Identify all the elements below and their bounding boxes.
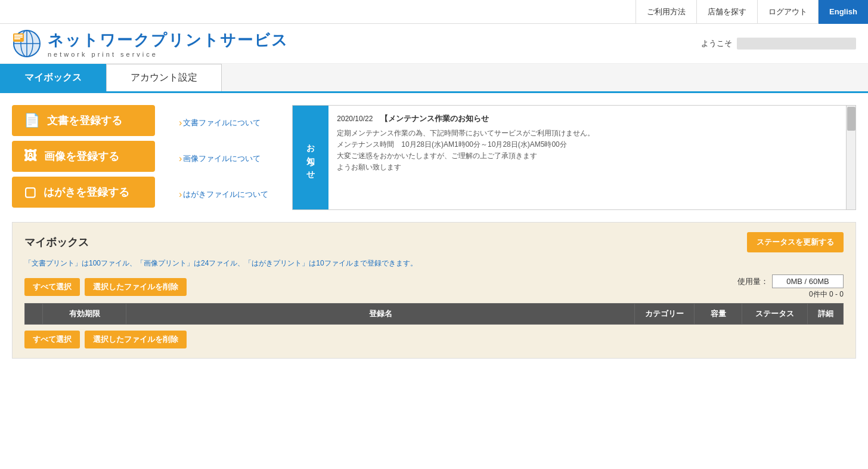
col-detail: 詳細 — [808, 304, 844, 325]
notice-date: 2020/10/22 【メンテナンス作業のお知らせ — [337, 113, 838, 125]
mybox-title: マイボックス — [24, 235, 89, 249]
tab-account[interactable]: アカウント設定 — [106, 64, 222, 91]
notice-content[interactable]: 2020/10/22 【メンテナンス作業のお知らせ 定期メンテナンス作業の為、下… — [328, 106, 846, 209]
register-doc-button[interactable]: 📄 文書を登録する — [12, 105, 155, 136]
header: ネットワークプリントサービス network print service ようこ… — [0, 24, 868, 64]
control-btns-top: すべて選択 選択したファイルを削除 — [24, 278, 187, 296]
mybox-controls-top: すべて選択 選択したファイルを削除 使用量： 0MB / 60MB 0件中 0 … — [24, 274, 844, 300]
update-status-button[interactable]: ステータスを更新する — [747, 232, 844, 252]
col-size: 容量 — [695, 304, 742, 325]
svg-rect-8 — [14, 38, 20, 39]
usage-value: 0MB / 60MB — [772, 274, 844, 288]
svg-rect-6 — [14, 35, 23, 36]
select-all-button-bottom[interactable]: すべて選択 — [24, 331, 80, 348]
nav-logout[interactable]: ログアウト — [757, 0, 818, 24]
col-checkbox — [25, 304, 43, 325]
user-name — [737, 38, 856, 50]
main-content: 📄 文書を登録する 🖼 画像を登録する ▢ はがきを登録する 文書ファイルについ… — [0, 93, 868, 371]
image-file-link[interactable]: 画像ファイルについて — [179, 143, 268, 174]
mybox-section: マイボックス ステータスを更新する 「文書プリント」は100ファイル、「画像プリ… — [12, 222, 856, 359]
register-doc-label: 文書を登録する — [47, 113, 122, 128]
doc-file-link[interactable]: 文書ファイルについて — [179, 107, 268, 138]
register-image-label: 画像を登録する — [44, 149, 119, 163]
tab-mybox[interactable]: マイボックス — [0, 64, 106, 91]
col-status: ステータス — [742, 304, 808, 325]
select-all-button-top[interactable]: すべて選択 — [24, 278, 80, 296]
col-expiry: 有効期限 — [43, 304, 126, 325]
mybox-info: 「文書プリント」は100ファイル、「画像プリント」は24ファイル、「はがきプリン… — [24, 258, 844, 269]
scrollbar-thumb — [847, 107, 855, 131]
notice-body: 定期メンテナンス作業の為、下記時間帯においてサービスがご利用頂けません。メンテナ… — [337, 128, 838, 174]
data-table: 有効期限 登録名 カテゴリー 容量 ステータス 詳細 — [24, 303, 844, 325]
notice-area: お知らせ 2020/10/22 【メンテナンス作業のお知らせ 定期メンテナンス作… — [292, 105, 856, 210]
doc-icon: 📄 — [24, 113, 40, 128]
mybox-header: マイボックス ステータスを更新する — [24, 232, 844, 252]
postcard-file-link[interactable]: はがきファイルについて — [179, 179, 268, 210]
logo-title: ネットワークプリントサービス — [48, 30, 289, 51]
table-header-row: 有効期限 登録名 カテゴリー 容量 ステータス 詳細 — [25, 304, 844, 325]
register-postcard-button[interactable]: ▢ はがきを登録する — [12, 177, 155, 208]
delete-selected-button-top[interactable]: 選択したファイルを削除 — [85, 278, 187, 296]
logo-subtitle: network print service — [48, 51, 289, 58]
mybox-controls-bottom: すべて選択 選択したファイルを削除 — [24, 331, 844, 348]
nav-how-to-use[interactable]: ご利用方法 — [636, 0, 696, 24]
usage-label: 使用量： 0MB / 60MB — [737, 274, 844, 288]
notice-label: お知らせ — [293, 106, 328, 209]
logo-text-area: ネットワークプリントサービス network print service — [48, 30, 289, 58]
action-links: 文書ファイルについて 画像ファイルについて はがきファイルについて — [179, 105, 268, 210]
tab-bar: マイボックス アカウント設定 — [0, 64, 868, 93]
svg-rect-7 — [14, 36, 23, 38]
postcard-icon: ▢ — [24, 184, 36, 200]
register-postcard-label: はがきを登録する — [44, 185, 129, 199]
action-area: 📄 文書を登録する 🖼 画像を登録する ▢ はがきを登録する 文書ファイルについ… — [12, 105, 856, 210]
action-buttons: 📄 文書を登録する 🖼 画像を登録する ▢ はがきを登録する — [12, 105, 155, 210]
notice-scrollbar[interactable] — [846, 106, 855, 209]
welcome-label: ようこそ — [701, 38, 732, 49]
logo-icon — [12, 29, 42, 58]
image-icon: 🖼 — [24, 149, 37, 164]
col-name: 登録名 — [126, 304, 635, 325]
col-category: カテゴリー — [635, 304, 695, 325]
record-count: 0件中 0 - 0 — [809, 289, 844, 300]
usage-area: 使用量： 0MB / 60MB 0件中 0 - 0 — [737, 274, 844, 300]
delete-selected-button-bottom[interactable]: 選択したファイルを削除 — [85, 331, 187, 348]
nav-english[interactable]: English — [818, 0, 868, 24]
nav-find-store[interactable]: 店舗を探す — [696, 0, 757, 24]
top-nav: ご利用方法 店舗を探す ログアウト English — [0, 0, 868, 24]
register-image-button[interactable]: 🖼 画像を登録する — [12, 141, 155, 172]
logo-area: ネットワークプリントサービス network print service — [12, 29, 289, 58]
welcome-area: ようこそ — [701, 38, 856, 50]
